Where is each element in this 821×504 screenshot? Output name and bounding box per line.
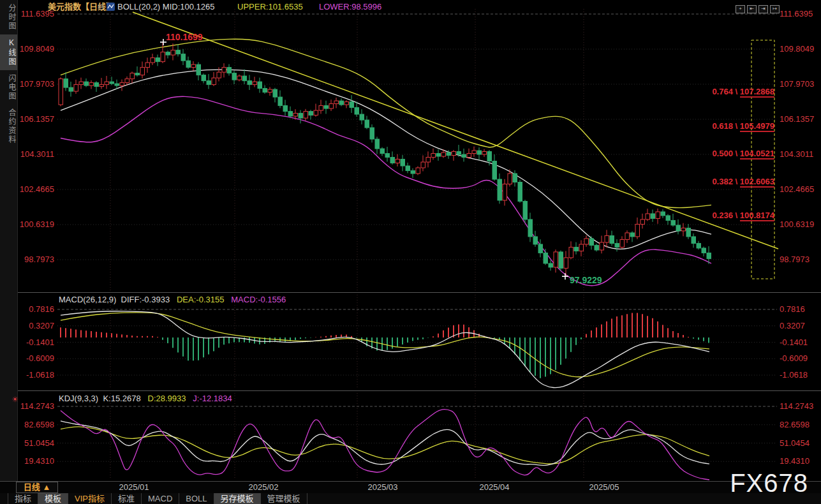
fib-level-0.500[interactable]: 0.500 \ 104.0521: [712, 149, 774, 158]
crosshair-icon[interactable]: +: [736, 5, 745, 13]
date-label: 2025/03: [365, 482, 401, 492]
axis-label: 111.6395: [13, 10, 54, 19]
period-selector[interactable]: 日线 ▲: [16, 482, 58, 493]
fib-level-0.382[interactable]: 0.382 \ 102.6063: [712, 177, 774, 186]
chart-canvas[interactable]: [0, 0, 821, 504]
fib-value: 105.4979: [740, 121, 774, 132]
axis-label: 104.3011: [780, 150, 813, 159]
axis-label: 0.7816: [780, 305, 805, 314]
axis-label: 19.4310: [13, 457, 54, 466]
axis-label: 0.3207: [13, 322, 54, 330]
kdj-name: KDJ(9,3,3): [59, 394, 98, 403]
kdj-header: KDJ(9,3,3) K:15.2678 D:28.9933 J:-12.183…: [59, 394, 232, 403]
date-label: 2025/02: [246, 482, 281, 492]
axis-label: 111.6395: [780, 10, 813, 19]
kdj-d-readout: D:28.9933: [148, 394, 186, 403]
period-label: 日线: [24, 482, 40, 492]
toolbar-item-templates[interactable]: 模板: [38, 493, 68, 504]
toolbar-item-vip-indicators[interactable]: VIP指标: [68, 493, 112, 504]
toolbar-item-indicators[interactable]: 指标: [8, 493, 38, 504]
watermark: FX678: [730, 469, 808, 498]
macd-diff-readout: DIFF:-0.3933: [121, 295, 170, 304]
fib-value: 104.0521: [740, 149, 774, 159]
axis-label: 82.6598: [780, 420, 810, 429]
axis-label: -0.1401: [780, 338, 808, 347]
toolbar-item-boll[interactable]: BOLL: [179, 493, 214, 504]
axis-label: 98.7973: [780, 255, 810, 264]
kdj-k-readout: K:15.2678: [103, 394, 140, 403]
axis-label: 100.6319: [13, 220, 54, 229]
axis-label: -0.1401: [13, 338, 54, 347]
macd-dea-readout: DEA:-0.3155: [177, 295, 224, 304]
fib-ratio: 0.618 \: [712, 121, 739, 131]
axis-label: 104.3011: [13, 150, 54, 159]
swing-low-label: 97.9229: [570, 275, 602, 285]
date-label: 2025/05: [586, 482, 622, 492]
toolbar-item-save-template[interactable]: 另存模板: [214, 493, 261, 504]
fib-ratio: 0.500 \: [712, 149, 739, 158]
axis-label: 19.4310: [780, 457, 810, 466]
toolbar-item-standard[interactable]: 标准: [112, 493, 142, 504]
date-label: 2025/01: [116, 482, 152, 492]
axis-label: -1.0618: [13, 371, 54, 380]
fib-value: 107.2868: [740, 87, 774, 98]
period-arrow-icon: ▲: [42, 482, 50, 492]
toolbar-item-manage-templates[interactable]: 管理模板: [261, 493, 307, 504]
expand-chart-icon[interactable]: ⇥: [758, 5, 768, 13]
axis-label: 51.0454: [780, 439, 810, 448]
shrink-chart-icon[interactable]: ⇤: [747, 5, 757, 13]
boll-upper-readout: UPPER:101.6535: [237, 2, 303, 12]
window-controls: +⇤⇥↦: [734, 1, 780, 13]
axis-label: 82.6598: [13, 420, 54, 429]
axis-label: 114.2743: [13, 402, 54, 411]
swing-high-label: 110.1699: [166, 32, 203, 42]
axis-label: 51.0454: [13, 439, 54, 448]
fib-value: 102.6063: [740, 177, 774, 188]
collapse-icon[interactable]: ⊖: [98, 2, 105, 12]
kdj-j-readout: J:-12.1834: [193, 394, 232, 403]
chart-app-window: { "header": { "title": "美元指数【日线】", "coll…: [0, 0, 821, 504]
axis-label: 109.8049: [13, 45, 54, 54]
fib-value: 100.8174: [740, 211, 774, 221]
toolbar-item-macd[interactable]: MACD: [142, 493, 179, 504]
axis-label: -0.6009: [13, 354, 54, 363]
fib-ratio: 0.764 \: [712, 87, 739, 96]
axis-label: 106.1357: [13, 115, 54, 124]
axis-label: 114.2743: [780, 402, 813, 411]
macd-header: MACD(26,12,9) DIFF:-0.3933 DEA:-0.3155 M…: [59, 295, 286, 304]
boll-readout: BOLL(20,2) MID:100.1265: [117, 2, 214, 12]
bottom-toolbar: 指标 模板 VIP指标 标准 MACD BOLL 另存模板 管理模板: [0, 493, 821, 504]
fib-ratio: 0.382 \: [712, 177, 739, 186]
axis-label: 106.1357: [780, 115, 814, 124]
axis-label: 100.6319: [780, 220, 814, 229]
axis-label: -1.0618: [780, 371, 808, 380]
sidebar-tab-contract-info[interactable]: 合约资料: [0, 105, 17, 148]
fib-level-0.764[interactable]: 0.764 \ 107.2868: [712, 87, 774, 96]
axis-label: 0.3207: [780, 322, 805, 330]
fib-ratio: 0.236 \: [712, 211, 739, 220]
boll-lower-readout: LOWER:98.5996: [319, 2, 381, 12]
axis-label: 98.7973: [13, 255, 54, 264]
fib-level-0.618[interactable]: 0.618 \ 105.4979: [712, 122, 774, 131]
macd-macd-readout: MACD:-0.1556: [231, 295, 286, 304]
axis-label: -0.6009: [780, 354, 808, 363]
axis-label: 0.7816: [13, 305, 54, 314]
macd-name: MACD(26,12,9): [59, 295, 116, 304]
fib-level-0.236[interactable]: 0.236 \ 100.8174: [712, 211, 774, 220]
axis-label: 107.9703: [13, 80, 54, 89]
exit-chart-icon[interactable]: ↦: [770, 5, 780, 13]
candles: [59, 42, 711, 276]
axis-label: 102.4665: [13, 185, 54, 194]
axis-label: 109.8049: [780, 45, 814, 54]
axis-label: 107.9703: [780, 80, 814, 89]
boll-chip-icon: [107, 3, 115, 11]
axis-label: 102.4665: [780, 185, 814, 194]
date-label: 2025/04: [477, 482, 512, 492]
